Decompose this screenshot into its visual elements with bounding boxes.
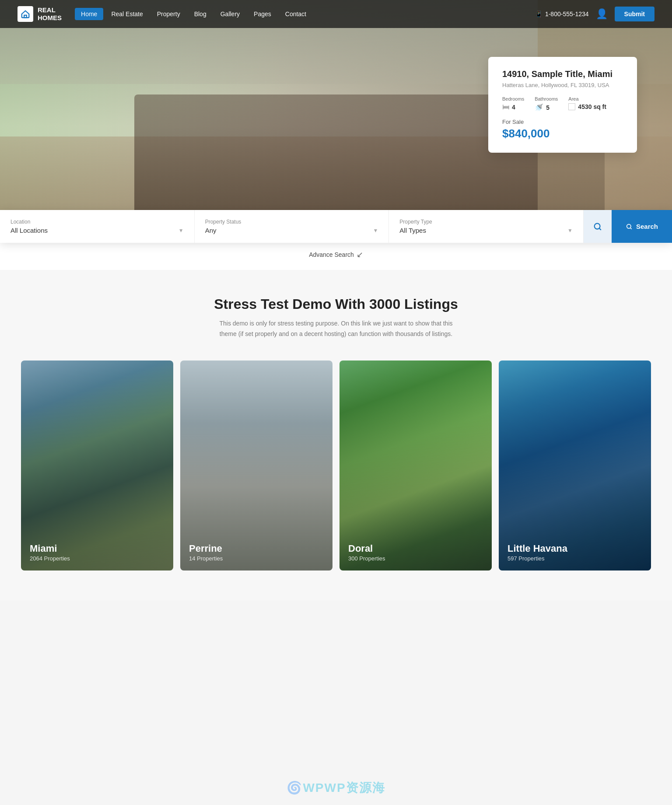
- search-icon: [593, 222, 602, 231]
- bath-icon: 🚿: [535, 103, 543, 112]
- location-value: All Locations ▼: [10, 227, 184, 234]
- section-subtitle: This demo is only for stress testing pur…: [214, 318, 458, 340]
- whatsapp-icon: 📱: [535, 10, 542, 18]
- perrine-content: Perrine 14 Properties: [180, 534, 332, 570]
- doral-name: Doral: [348, 543, 483, 554]
- city-grid: Miami 2064 Properties Perrine 14 Propert…: [0, 357, 672, 600]
- location-label: Location: [10, 219, 184, 225]
- svg-point-2: [627, 224, 631, 228]
- lhavana-count: 597 Properties: [508, 555, 642, 562]
- listings-section: Stress Test Demo With 3000 Listings This…: [0, 270, 672, 357]
- city-card-lhavana[interactable]: Little Havana 597 Properties: [499, 360, 651, 570]
- area-icon: [568, 103, 575, 110]
- svg-point-1: [595, 223, 600, 229]
- status-arrow-icon: ▼: [373, 228, 378, 234]
- search-btn-icon: [626, 223, 633, 230]
- nav-pages[interactable]: Pages: [248, 8, 277, 20]
- location-arrow-icon: ▼: [178, 228, 184, 234]
- nav-contact[interactable]: Contact: [279, 8, 312, 20]
- bathrooms-label: Bathrooms: [535, 96, 558, 102]
- section-title: Stress Test Demo With 3000 Listings: [18, 296, 654, 312]
- search-icon-button[interactable]: [584, 210, 612, 243]
- nav-home[interactable]: Home: [75, 8, 103, 20]
- svg-rect-0: [24, 15, 27, 18]
- search-buttons: Search: [584, 210, 672, 243]
- status-label: For Sale: [502, 119, 623, 125]
- bedrooms-value: 🛏 4: [502, 103, 524, 111]
- brand-name: REALHOMES: [38, 6, 62, 22]
- nav-realestate[interactable]: Real Estate: [105, 8, 149, 20]
- bathrooms-value: 🚿 5: [535, 103, 558, 112]
- nav-property[interactable]: Property: [151, 8, 186, 20]
- submit-button[interactable]: Submit: [615, 7, 654, 21]
- nav-right: 📱 1-800-555-1234 👤 Submit: [535, 7, 654, 21]
- property-stats: Bedrooms 🛏 4 Bathrooms 🚿 5 Area 4530 sq …: [502, 96, 623, 112]
- miami-name: Miami: [30, 543, 164, 554]
- type-value: All Types ▼: [399, 227, 573, 234]
- nav-phone: 📱 1-800-555-1234: [535, 10, 589, 18]
- advance-search-link[interactable]: Advance Search ↙: [309, 250, 363, 259]
- perrine-name: Perrine: [189, 543, 324, 554]
- status-field[interactable]: Property Status Any ▼: [195, 210, 389, 243]
- type-arrow-icon: ▼: [567, 228, 573, 234]
- property-price: $840,000: [502, 127, 623, 140]
- location-field[interactable]: Location All Locations ▼: [0, 210, 195, 243]
- area-value: 4530 sq ft: [568, 103, 606, 110]
- city-card-perrine[interactable]: Perrine 14 Properties: [180, 360, 332, 570]
- advance-search-section: Advance Search ↙: [0, 243, 672, 270]
- advance-search-label: Advance Search: [309, 251, 354, 258]
- type-label: Property Type: [399, 219, 573, 225]
- miami-content: Miami 2064 Properties: [21, 534, 173, 570]
- search-button[interactable]: Search: [612, 210, 672, 243]
- navbar: REALHOMES Home Real Estate Property Blog…: [0, 0, 672, 28]
- lhavana-name: Little Havana: [508, 543, 642, 554]
- hero-section: 14910, Sample Title, Miami Hatteras Lane…: [0, 0, 672, 210]
- miami-count: 2064 Properties: [30, 555, 164, 562]
- bathrooms-stat: Bathrooms 🚿 5: [535, 96, 558, 112]
- nav-links: Home Real Estate Property Blog Gallery P…: [75, 8, 535, 20]
- nav-gallery[interactable]: Gallery: [214, 8, 246, 20]
- perrine-count: 14 Properties: [189, 555, 324, 562]
- property-card: 14910, Sample Title, Miami Hatteras Lane…: [488, 57, 637, 153]
- doral-content: Doral 300 Properties: [340, 534, 492, 570]
- advance-search-arrow-icon: ↙: [357, 250, 363, 259]
- logo[interactable]: REALHOMES: [18, 6, 62, 22]
- property-title: 14910, Sample Title, Miami: [502, 69, 623, 79]
- city-card-miami[interactable]: Miami 2064 Properties: [21, 360, 173, 570]
- nav-blog[interactable]: Blog: [188, 8, 213, 20]
- doral-count: 300 Properties: [348, 555, 483, 562]
- type-field[interactable]: Property Type All Types ▼: [389, 210, 584, 243]
- bedrooms-label: Bedrooms: [502, 96, 524, 102]
- bed-icon: 🛏: [502, 103, 509, 111]
- area-stat: Area 4530 sq ft: [568, 96, 606, 112]
- status-value: Any ▼: [205, 227, 378, 234]
- user-icon[interactable]: 👤: [596, 8, 608, 20]
- area-label: Area: [568, 96, 606, 102]
- city-card-doral[interactable]: Doral 300 Properties: [340, 360, 492, 570]
- status-label: Property Status: [205, 219, 378, 225]
- search-bar: Location All Locations ▼ Property Status…: [0, 210, 672, 243]
- logo-icon: [18, 6, 33, 22]
- bedrooms-stat: Bedrooms 🛏 4: [502, 96, 524, 112]
- property-address: Hatteras Lane, Hollywood, FL 33019, USA: [502, 82, 623, 88]
- lhavana-content: Little Havana 597 Properties: [499, 534, 651, 570]
